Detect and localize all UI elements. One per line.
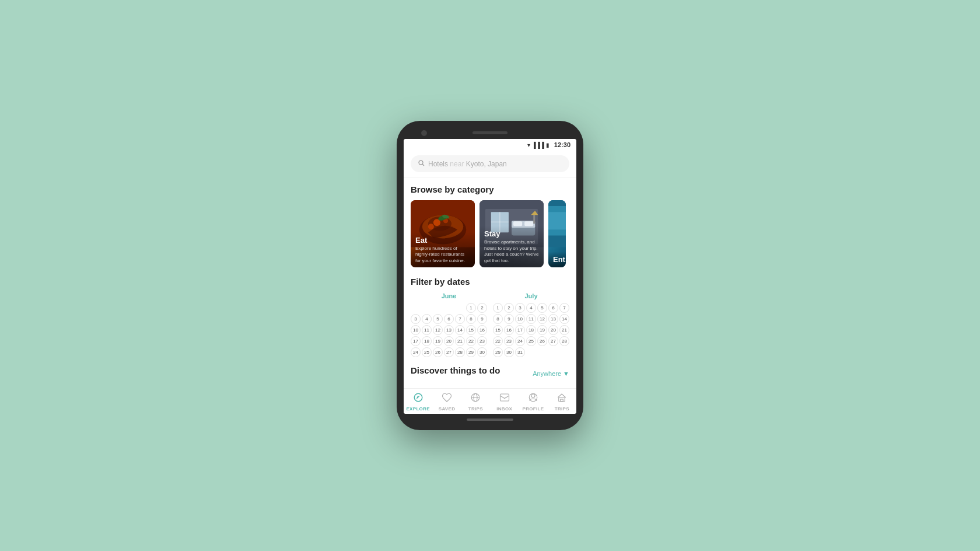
june-day-13[interactable]: 13 (444, 325, 454, 335)
nav-saved[interactable]: SAVED (432, 392, 461, 411)
june-grid[interactable]: 1 2 3 4 5 6 7 8 9 10 11 12 13 (411, 303, 487, 357)
ent-card-title: Ent... (553, 255, 561, 264)
july-day-9[interactable]: 9 (504, 314, 514, 324)
july-day-1[interactable]: 1 (493, 303, 503, 313)
home-icon (556, 392, 567, 405)
july-day-27[interactable]: 27 (548, 336, 558, 346)
discover-section: Discover things to do Anywhere ▼ (411, 365, 569, 381)
june-empty-5 (455, 303, 465, 313)
june-day-21[interactable]: 21 (455, 336, 465, 346)
stay-card-desc: Browse apartments, and hotels to stay on… (484, 239, 539, 264)
june-day-8[interactable]: 8 (466, 314, 476, 324)
june-day-24[interactable]: 24 (411, 347, 421, 357)
svg-rect-24 (548, 212, 566, 229)
july-day-24[interactable]: 24 (515, 336, 525, 346)
july-day-11[interactable]: 11 (526, 314, 536, 324)
june-day-12[interactable]: 12 (433, 325, 443, 335)
july-day-28[interactable]: 28 (559, 336, 569, 346)
july-day-3[interactable]: 3 (515, 303, 525, 313)
nav-explore[interactable]: EXPLORE (404, 392, 432, 411)
june-day-6[interactable]: 6 (444, 314, 454, 324)
july-day-5[interactable]: 5 (537, 303, 547, 313)
july-day-17[interactable]: 17 (515, 325, 525, 335)
june-day-22[interactable]: 22 (466, 336, 476, 346)
inbox-label: INBOX (496, 406, 512, 411)
search-icon (418, 159, 425, 168)
stay-card-overlay: Stay Browse apartments, and hotels to st… (480, 226, 544, 267)
june-empty-4 (444, 303, 454, 313)
june-day-7[interactable]: 7 (455, 314, 465, 324)
july-day-30[interactable]: 30 (504, 347, 514, 357)
trips-label: TRIPS (468, 406, 483, 411)
svg-rect-19 (524, 221, 533, 226)
category-cards: Eat Explore hundreds of highly-rated res… (411, 200, 569, 267)
status-bar: ▾ ▐▐▐ ▮ 12:30 (404, 139, 576, 151)
july-day-23[interactable]: 23 (504, 336, 514, 346)
phone-frame: ▾ ▐▐▐ ▮ 12:30 Hotels near Kyoto, Japan (397, 121, 583, 430)
entertain-card[interactable]: Ent... (548, 200, 566, 267)
july-day-16[interactable]: 16 (504, 325, 514, 335)
july-day-7[interactable]: 7 (559, 303, 569, 313)
explore-label: EXPLORE (406, 406, 429, 411)
july-day-29[interactable]: 29 (493, 347, 503, 357)
june-day-30[interactable]: 30 (477, 347, 487, 357)
june-day-28[interactable]: 28 (455, 347, 465, 357)
june-day-11[interactable]: 11 (422, 325, 432, 335)
june-day-29[interactable]: 29 (466, 347, 476, 357)
stay-card[interactable]: Stay Browse apartments, and hotels to st… (480, 200, 544, 267)
june-day-25[interactable]: 25 (422, 347, 432, 357)
july-day-31[interactable]: 31 (515, 347, 525, 357)
nav-profile[interactable]: PROFILE (519, 392, 547, 411)
july-day-13[interactable]: 13 (548, 314, 558, 324)
july-day-21[interactable]: 21 (559, 325, 569, 335)
june-day-5[interactable]: 5 (433, 314, 443, 324)
july-day-6[interactable]: 6 (548, 303, 558, 313)
june-day-15[interactable]: 15 (466, 325, 476, 335)
june-day-18[interactable]: 18 (422, 336, 432, 346)
browse-title: Browse by category (411, 184, 569, 194)
june-day-23[interactable]: 23 (477, 336, 487, 346)
nav-trips[interactable]: TRIPS (461, 392, 490, 411)
july-day-10[interactable]: 10 (515, 314, 525, 324)
june-day-1[interactable]: 1 (466, 303, 476, 313)
june-day-17[interactable]: 17 (411, 336, 421, 346)
july-day-25[interactable]: 25 (526, 336, 536, 346)
june-day-14[interactable]: 14 (455, 325, 465, 335)
july-day-4[interactable]: 4 (526, 303, 536, 313)
july-calendar: July 1 2 3 4 5 6 7 8 9 10 11 (493, 292, 569, 357)
june-empty-2 (422, 303, 432, 313)
nav-inbox[interactable]: INBOX (490, 392, 519, 411)
june-day-20[interactable]: 20 (444, 336, 454, 346)
ent-card-overlay: Ent... (548, 252, 566, 267)
july-day-22[interactable]: 22 (493, 336, 503, 346)
july-day-20[interactable]: 20 (548, 325, 558, 335)
july-day-15[interactable]: 15 (493, 325, 503, 335)
eat-card[interactable]: Eat Explore hundreds of highly-rated res… (411, 200, 475, 267)
anywhere-filter[interactable]: Anywhere ▼ (533, 370, 569, 377)
june-day-9[interactable]: 9 (477, 314, 487, 324)
july-day-14[interactable]: 14 (559, 314, 569, 324)
search-bar-container: Hotels near Kyoto, Japan (404, 151, 576, 177)
trips-icon (470, 392, 481, 405)
june-day-2[interactable]: 2 (477, 303, 487, 313)
july-day-8[interactable]: 8 (493, 314, 503, 324)
trips2-label: TRIPS (555, 406, 569, 411)
search-bar[interactable]: Hotels near Kyoto, Japan (411, 155, 569, 172)
july-day-2[interactable]: 2 (504, 303, 514, 313)
july-day-12[interactable]: 12 (537, 314, 547, 324)
saved-icon (442, 392, 452, 405)
july-grid[interactable]: 1 2 3 4 5 6 7 8 9 10 11 12 13 (493, 303, 569, 357)
july-day-18[interactable]: 18 (526, 325, 536, 335)
june-day-26[interactable]: 26 (433, 347, 443, 357)
eat-card-title: Eat (415, 236, 470, 245)
calendar-container: June 1 2 3 4 5 (411, 292, 569, 357)
june-day-4[interactable]: 4 (422, 314, 432, 324)
july-day-26[interactable]: 26 (537, 336, 547, 346)
june-day-3[interactable]: 3 (411, 314, 421, 324)
june-day-16[interactable]: 16 (477, 325, 487, 335)
june-day-19[interactable]: 19 (433, 336, 443, 346)
nav-trips2[interactable]: TRIPS (548, 392, 576, 411)
june-day-27[interactable]: 27 (444, 347, 454, 357)
june-day-10[interactable]: 10 (411, 325, 421, 335)
july-day-19[interactable]: 19 (537, 325, 547, 335)
